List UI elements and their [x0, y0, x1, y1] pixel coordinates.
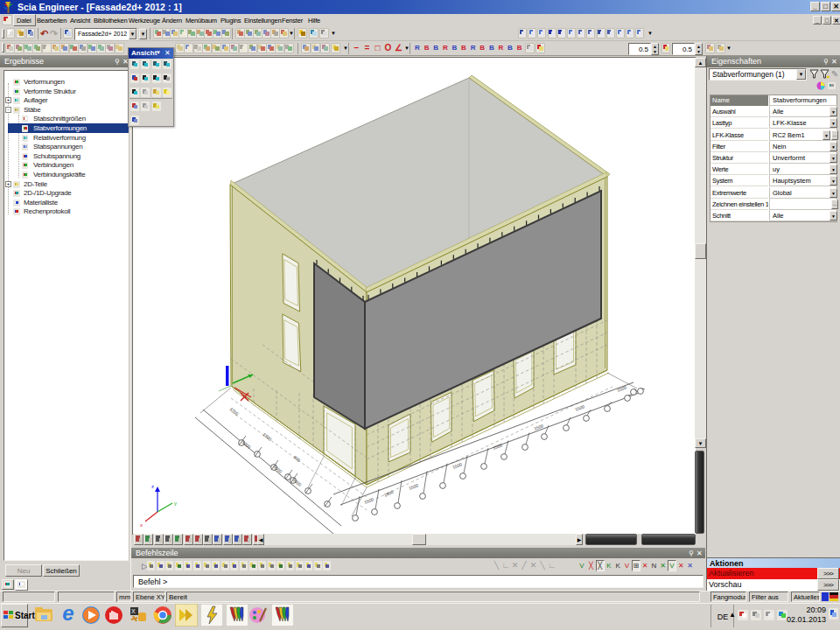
svg-text:900: 900 — [292, 454, 301, 463]
svg-text:y: y — [174, 500, 177, 506]
svg-text:x: x — [140, 522, 143, 528]
svg-text:1500: 1500 — [616, 384, 627, 393]
svg-text:X: X — [131, 608, 136, 614]
svg-text:1500: 1500 — [363, 496, 374, 505]
svg-text:1500: 1500 — [408, 482, 419, 491]
svg-text:z: z — [151, 484, 154, 489]
svg-text:1500: 1500 — [533, 423, 544, 431]
svg-text:1800: 1800 — [383, 489, 395, 498]
svg-text:5000: 5000 — [241, 439, 252, 450]
svg-text:1500: 1500 — [574, 403, 585, 412]
svg-text:3700: 3700 — [228, 406, 240, 416]
